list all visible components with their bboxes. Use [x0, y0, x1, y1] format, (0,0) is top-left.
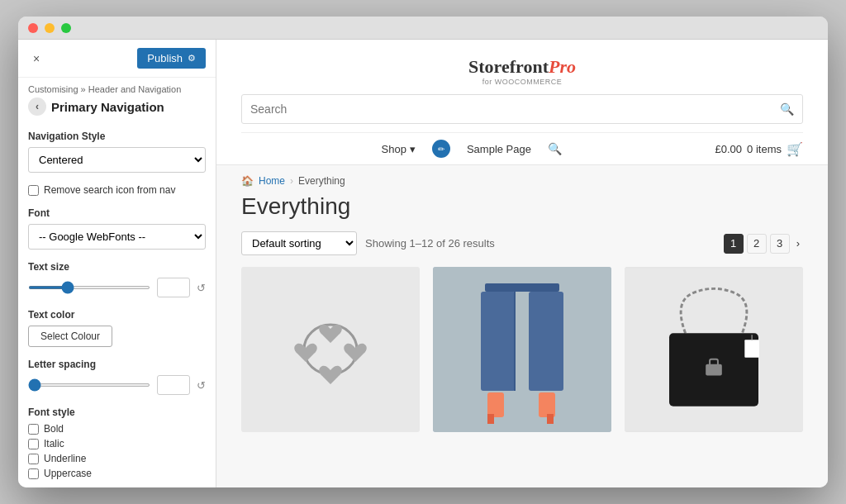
store-header: StorefrontPro for WOOCOMMERCE 🔍 Shop ▾ [216, 40, 828, 165]
nav-cart[interactable]: £0.00 0 items 🛒 [715, 141, 803, 157]
publish-label: Publish [147, 52, 183, 64]
publish-button[interactable]: Publish ⚙ [137, 48, 206, 69]
navigation-style-group: Navigation Style Centered Left Right [28, 131, 206, 173]
maximize-button[interactable] [61, 23, 71, 33]
logo-pro: Pro [549, 56, 576, 77]
page-2-button[interactable]: 2 [747, 234, 767, 254]
letter-spacing-group: Letter spacing ↺ [28, 359, 206, 395]
shop-chevron-icon: ▾ [410, 143, 416, 155]
font-group: Font -- Google WebFonts -- [28, 207, 206, 250]
font-style-group: Font style Bold Italic Underline [28, 407, 206, 479]
svg-rect-8 [539, 392, 555, 417]
uppercase-row: Uppercase [28, 468, 206, 479]
search-icon-button[interactable]: 🔍 [780, 102, 794, 116]
section-title-label: Primary Navigation [51, 100, 164, 114]
svg-rect-2 [485, 283, 559, 292]
page-1-button[interactable]: 1 [724, 234, 744, 254]
underline-row: Underline [28, 453, 206, 464]
store-nav-inner: Shop ▾ ✏ Sample Page 🔍 [241, 140, 702, 158]
nav-edit-pencil[interactable]: ✏ [432, 140, 450, 158]
underline-checkbox[interactable] [28, 454, 39, 464]
main-content: StorefrontPro for WOOCOMMERCE 🔍 Shop ▾ [216, 40, 828, 487]
svg-rect-7 [487, 414, 494, 424]
logo-sub: for WOOCOMMERCE [468, 78, 576, 86]
font-style-label: Font style [28, 407, 206, 418]
titlebar [18, 17, 828, 40]
sample-page-label: Sample Page [467, 143, 531, 155]
nav-item-sample-page[interactable]: Sample Page [467, 143, 531, 155]
bag-image [625, 267, 803, 432]
cart-items-count: 0 items [747, 143, 782, 155]
letter-spacing-reset-button[interactable]: ↺ [197, 379, 206, 392]
gear-icon: ⚙ [188, 53, 196, 64]
font-select[interactable]: -- Google WebFonts -- [28, 224, 206, 250]
navigation-style-select[interactable]: Centered Left Right [28, 147, 206, 173]
sidebar-close-button[interactable]: × [28, 50, 45, 67]
product-card-bracelet[interactable] [241, 267, 420, 432]
text-color-button[interactable]: Select Colour [28, 326, 112, 347]
close-button[interactable] [28, 23, 38, 33]
products-grid [241, 267, 803, 432]
text-color-group: Text color Select Colour [28, 309, 206, 347]
text-size-group: Text size ↺ [28, 261, 206, 297]
product-card-jeans[interactable] [433, 267, 611, 432]
sidebar: × Publish ⚙ Customising » Header and Nav… [18, 40, 216, 487]
remove-search-icon-checkbox[interactable] [28, 185, 39, 196]
svg-rect-6 [487, 392, 504, 417]
italic-label: Italic [44, 438, 64, 449]
text-color-label: Text color [28, 309, 206, 321]
app-body: × Publish ⚙ Customising » Header and Nav… [18, 40, 828, 487]
store-logo: StorefrontPro for WOOCOMMERCE [468, 56, 576, 86]
nav-item-shop[interactable]: Shop ▾ [382, 143, 416, 155]
cart-amount: £0.00 [715, 143, 743, 155]
sidebar-controls: Navigation Style Centered Left Right Rem… [18, 122, 216, 487]
shop-label: Shop [382, 143, 406, 155]
sort-select[interactable]: Default sorting Sort by popularity Sort … [241, 231, 357, 255]
products-toolbar: Default sorting Sort by popularity Sort … [241, 231, 803, 255]
font-label: Font [28, 207, 206, 219]
svg-rect-3 [481, 292, 516, 391]
text-size-slider[interactable] [28, 286, 150, 289]
breadcrumb: 🏠 Home › Everything [216, 165, 828, 193]
bold-label: Bold [44, 423, 64, 435]
page-next-button[interactable]: › [793, 237, 803, 250]
underline-label: Underline [44, 453, 86, 464]
search-bar: 🔍 [241, 94, 803, 124]
logo-text: Storefront [468, 56, 549, 77]
search-input[interactable] [250, 102, 780, 116]
back-arrow-button[interactable]: ‹ [28, 97, 46, 116]
home-icon: 🏠 [241, 175, 254, 187]
text-size-input[interactable] [157, 278, 190, 297]
letter-spacing-row: ↺ [28, 375, 206, 395]
letter-spacing-slider[interactable] [28, 383, 150, 387]
uppercase-checkbox[interactable] [28, 468, 39, 479]
cart-icon: 🛒 [787, 141, 803, 157]
nav-search-icon[interactable]: 🔍 [548, 142, 562, 155]
text-size-row: ↺ [28, 278, 206, 297]
letter-spacing-input[interactable] [157, 375, 190, 395]
text-size-reset-button[interactable]: ↺ [197, 282, 206, 294]
product-card-bag[interactable] [625, 267, 803, 432]
minimize-button[interactable] [45, 23, 55, 33]
bracelet-image [281, 300, 380, 399]
products-area: Everything Default sorting Sort by popul… [216, 193, 828, 487]
sidebar-section-title: ‹ Primary Navigation [18, 96, 216, 122]
store-nav: Shop ▾ ✏ Sample Page 🔍 £0.00 0 items 🛒 [241, 132, 803, 164]
page-3-button[interactable]: 3 [770, 234, 790, 254]
svg-rect-4 [529, 292, 563, 391]
breadcrumb-separator: › [290, 175, 293, 187]
store-logo-area: StorefrontPro for WOOCOMMERCE [241, 50, 803, 94]
pagination: 1 2 3 › [724, 234, 803, 254]
results-count: Showing 1–12 of 26 results [365, 237, 495, 250]
breadcrumb-home-link[interactable]: Home [259, 175, 285, 187]
italic-checkbox[interactable] [28, 439, 39, 449]
bold-row: Bold [28, 423, 206, 435]
remove-search-icon-label: Remove search icon from nav [44, 184, 175, 196]
sidebar-breadcrumb: Customising » Header and Navigation [18, 78, 216, 96]
remove-search-icon-row: Remove search icon from nav [28, 184, 206, 196]
text-size-label: Text size [28, 261, 206, 273]
bold-checkbox[interactable] [28, 424, 39, 435]
letter-spacing-label: Letter spacing [28, 359, 206, 370]
jeans-image [433, 267, 611, 432]
svg-rect-9 [547, 414, 554, 424]
